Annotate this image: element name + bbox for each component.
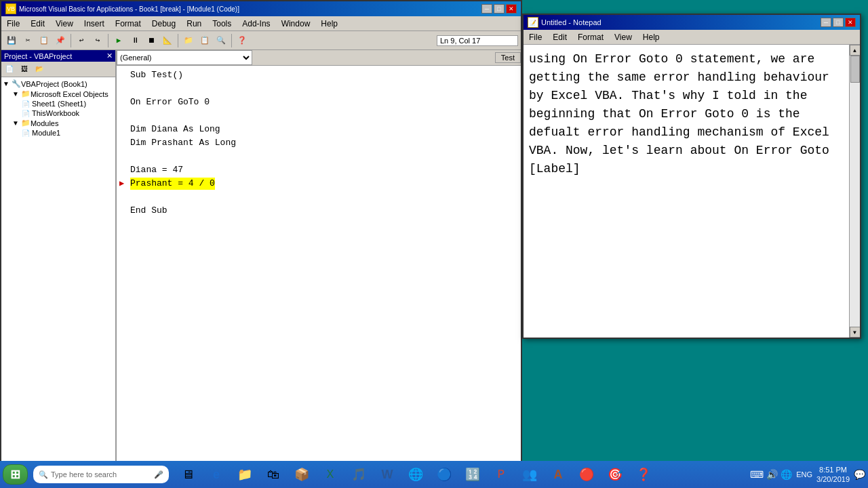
notepad-title-bar: 📝 Untitled - Notepad ─ □ ✕ <box>524 15 860 30</box>
vba-icon: VB <box>5 3 16 14</box>
notepad-menu-format[interactable]: Format <box>572 31 609 43</box>
tool-copy[interactable]: 📋 <box>37 33 52 48</box>
notepad-minimize-btn[interactable]: ─ <box>821 18 831 27</box>
taskbar-explorer[interactable]: 🖥 <box>174 462 201 487</box>
taskbar-ie[interactable]: 🌐 <box>402 462 429 487</box>
code-line <box>119 109 518 123</box>
tool-run[interactable]: ▶ <box>111 33 126 48</box>
tree-sheet1[interactable]: 📄 Sheet1 (Sheet1) <box>3 99 114 108</box>
menu-run[interactable]: Run <box>181 18 207 30</box>
menu-insert[interactable]: Insert <box>79 18 110 30</box>
tool-save[interactable]: 💾 <box>4 33 19 48</box>
menu-view[interactable]: View <box>50 18 79 30</box>
menu-edit[interactable]: Edit <box>25 18 50 30</box>
red-app-icon: 🔴 <box>579 467 594 482</box>
menu-addins[interactable]: Add-Ins <box>237 18 275 30</box>
menu-window[interactable]: Window <box>276 18 316 30</box>
search-placeholder: Type here to search <box>51 470 117 479</box>
notepad-scroll-up[interactable]: ▲ <box>850 45 861 56</box>
menu-tools[interactable]: Tools <box>207 18 237 30</box>
notepad-body: using On Error Goto 0 statement, we are … <box>524 45 860 338</box>
ie-icon: 🌐 <box>408 467 423 482</box>
project-close-btn[interactable]: ✕ <box>106 52 113 60</box>
taskbar-word[interactable]: W <box>374 462 401 487</box>
tree-excel-objects[interactable]: ▼ 📁 Microsoft Excel Objects <box>3 89 114 99</box>
tool-cut[interactable]: ✂ <box>20 33 35 48</box>
notepad-menu-help[interactable]: Help <box>637 31 665 43</box>
notepad-menu-file[interactable]: File <box>524 31 547 43</box>
code-line: Sub Test() <box>119 68 518 82</box>
vba-maximize-btn[interactable]: □ <box>494 4 505 14</box>
tool-reset[interactable]: ⏹ <box>144 33 159 48</box>
tool-paste[interactable]: 📌 <box>53 33 68 48</box>
proj-view-code[interactable]: 📄 <box>3 63 16 75</box>
menu-debug[interactable]: Debug <box>146 18 181 30</box>
tool-break[interactable]: ⏸ <box>127 33 142 48</box>
tree-vbaproject[interactable]: ▼ 🔧 VBAProject (Book1) <box>3 79 114 89</box>
menu-file[interactable]: File <box>1 18 25 30</box>
taskbar-folder[interactable]: 📁 <box>231 462 258 487</box>
tool-projectexp[interactable]: 📁 <box>181 33 196 48</box>
notepad-close-btn[interactable]: ✕ <box>845 18 856 27</box>
taskbar-chrome[interactable]: 🔵 <box>431 462 458 487</box>
code-object-dropdown[interactable]: (General) <box>117 50 252 65</box>
store-icon: 🛍 <box>267 468 279 482</box>
microphone-icon[interactable]: 🎤 <box>154 470 163 479</box>
notification-icon[interactable]: 💬 <box>854 469 865 480</box>
proj-view-obj[interactable]: 🖼 <box>18 63 31 75</box>
orange-app-icon: 🎯 <box>608 467 623 482</box>
code-text: Dim Prashant As Long <box>130 137 236 149</box>
code-line <box>119 190 518 204</box>
taskbar-store[interactable]: 🛍 <box>260 462 287 487</box>
tree-thisworkbook[interactable]: 📄 ThisWorkbook <box>3 108 114 118</box>
vba-minimize-btn[interactable]: ─ <box>481 4 492 14</box>
notepad-scroll-down[interactable]: ▼ <box>850 327 861 338</box>
media-icon: 🎵 <box>351 467 366 482</box>
taskbar-search-box[interactable]: 🔍 Type here to search 🎤 <box>33 466 169 483</box>
vba-close-btn[interactable]: ✕ <box>506 4 517 14</box>
code-area[interactable]: Sub Test()On Error GoTo 0Dim Diana As Lo… <box>117 66 521 462</box>
taskbar-access[interactable]: A <box>545 462 572 487</box>
menu-help[interactable]: Help <box>315 18 343 30</box>
code-toolbar: (General) Test <box>117 50 521 66</box>
taskbar-powerpoint[interactable]: P <box>488 462 515 487</box>
notepad-scroll-thumb[interactable] <box>850 56 860 83</box>
menu-format[interactable]: Format <box>110 18 146 30</box>
tool-objbrowse[interactable]: 🔍 <box>214 33 229 48</box>
cursor-position: Ln 9, Col 17 <box>437 35 518 46</box>
tool-undo[interactable]: ↩ <box>74 33 89 48</box>
help-app-icon: ❓ <box>636 467 651 482</box>
tree-modules[interactable]: ▼ 📁 Modules <box>3 118 114 128</box>
tool-help[interactable]: ❓ <box>235 33 250 48</box>
taskbar-app-red[interactable]: 🔴 <box>573 462 600 487</box>
tool-design[interactable]: 📐 <box>160 33 175 48</box>
taskbar-help[interactable]: ❓ <box>630 462 657 487</box>
notepad-title: Untitled - Notepad <box>541 18 601 26</box>
start-button[interactable]: ⊞ <box>3 464 28 485</box>
tool-propwin[interactable]: 📋 <box>197 33 212 48</box>
code-text: Diana = 47 <box>130 164 183 176</box>
notepad-menu-edit[interactable]: Edit <box>547 31 572 43</box>
code-editor: (General) Test Sub Test()On Error GoTo 0… <box>117 50 521 473</box>
edge-icon: e <box>213 468 220 482</box>
dropbox-icon: 📦 <box>294 467 309 482</box>
tool-redo[interactable]: ↪ <box>90 33 105 48</box>
taskbar-teams[interactable]: 👥 <box>516 462 543 487</box>
taskbar-excel[interactable]: X <box>317 462 344 487</box>
taskbar-app-orange[interactable]: 🎯 <box>601 462 629 487</box>
notepad-menu-view[interactable]: View <box>609 31 637 43</box>
code-line: ▶Prashant = 4 / 0 <box>119 177 518 190</box>
code-text: Prashant = 4 / 0 <box>130 178 215 190</box>
test-button[interactable]: Test <box>495 52 521 63</box>
proj-toggle-folders[interactable]: 📂 <box>33 63 46 75</box>
taskbar-dropbox[interactable]: 📦 <box>288 462 315 487</box>
taskbar-calculator[interactable]: 🔢 <box>459 462 486 487</box>
project-panel: Project - VBAProject ✕ 📄 🖼 📂 ▼ 🔧 VBAProj… <box>1 50 117 473</box>
tree-module1[interactable]: 📄 Module1 <box>3 128 114 138</box>
notepad-scrollbar[interactable]: ▲ ▼ <box>849 45 860 338</box>
notepad-content[interactable]: using On Error Goto 0 statement, we are … <box>524 45 849 338</box>
taskbar-edge[interactable]: e <box>203 462 230 487</box>
notepad-scroll-track[interactable] <box>850 56 861 327</box>
notepad-maximize-btn[interactable]: □ <box>833 18 844 27</box>
taskbar-media[interactable]: 🎵 <box>345 462 372 487</box>
